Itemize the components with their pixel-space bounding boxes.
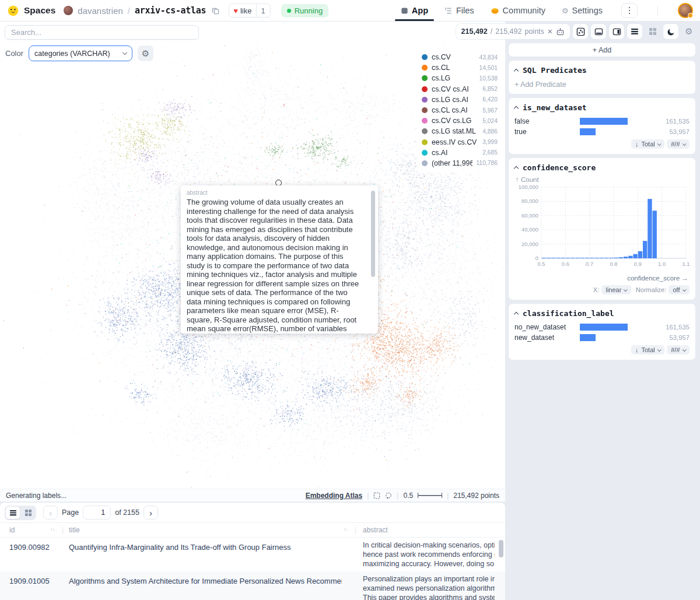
category-row[interactable]: new_dataset53,957 <box>514 334 690 342</box>
sort-icon[interactable]: ↑↓ <box>343 526 348 532</box>
add-panel-button[interactable]: + Add <box>509 43 695 57</box>
legend-item[interactable]: cs.CL14,501 <box>422 62 498 73</box>
status-badge[interactable]: Running <box>281 4 328 17</box>
confidence-histogram[interactable]: 020,00040,00060,00080,000100,0000.50.60.… <box>514 184 690 272</box>
column-header-abstract[interactable]: abstract <box>363 526 388 534</box>
more-options-button[interactable] <box>621 3 638 18</box>
legend-item[interactable]: (other 11,996)110,786 <box>422 158 498 169</box>
right-panel-toggle-button[interactable] <box>609 24 624 39</box>
add-predicate-button[interactable]: + Add Predicate <box>514 80 690 89</box>
legend-swatch-icon <box>422 128 428 134</box>
format-dropdown[interactable]: #/# <box>667 345 690 355</box>
prev-page-button[interactable]: ‹ <box>43 506 58 520</box>
statusbar-divider: | <box>397 492 398 500</box>
sidebar-settings-button[interactable]: ⚙ <box>681 24 696 39</box>
column-header-title[interactable]: title <box>69 526 80 534</box>
is-new-dataset-header[interactable]: is_new_dataset <box>514 103 690 112</box>
grid-view-button[interactable] <box>645 24 660 39</box>
legend-swatch-icon <box>422 54 428 60</box>
robot-icon[interactable] <box>556 27 565 36</box>
legend-item[interactable]: cs.CV cs.AI6,852 <box>422 84 498 94</box>
svg-text:0.5: 0.5 <box>537 261 545 267</box>
cell-abstract: In critical decision-making scenarios, o… <box>363 541 495 569</box>
tooltip-scrollbar[interactable] <box>371 191 375 277</box>
legend-item[interactable]: eess.IV cs.CV3,999 <box>422 137 498 148</box>
legend-count: 5,024 <box>482 118 498 124</box>
category-bar-track <box>580 334 652 341</box>
lasso-icon[interactable] <box>385 492 392 499</box>
sql-predicates-header[interactable]: SQL Predicates <box>514 66 690 75</box>
category-row[interactable]: no_new_dataset161,535 <box>514 323 690 331</box>
category-bars: no_new_dataset161,535new_dataset53,957 <box>514 323 690 342</box>
legend-count: 5,967 <box>482 107 498 114</box>
table-row[interactable]: 1909.00982Quantifying Infra-Marginality … <box>0 538 505 571</box>
legend-item[interactable]: cs.AI2,685 <box>422 148 498 158</box>
legend-item[interactable]: cs.LG cs.AI6,420 <box>422 94 498 105</box>
spaces-brand[interactable]: Spaces <box>24 5 55 16</box>
collapse-chevron-icon <box>514 166 519 171</box>
classification-label-header[interactable]: classification_label <box>514 309 690 318</box>
category-row[interactable]: false161,535 <box>514 117 690 125</box>
sort-mode-dropdown[interactable]: ↓ Total <box>631 345 664 355</box>
zoom-scale-value: 0.5 <box>403 492 413 500</box>
legend-label: cs.CV cs.AI <box>432 85 478 93</box>
category-row[interactable]: true53,957 <box>514 128 690 136</box>
tab-settings[interactable]: ⚙ Settings <box>562 0 603 21</box>
like-count[interactable]: 1 <box>256 4 270 17</box>
chevron-down-icon <box>123 50 127 55</box>
running-dot-icon <box>287 9 291 13</box>
path-slash: / <box>128 6 130 16</box>
color-settings-button[interactable]: ⚙ <box>138 45 153 61</box>
color-column-select[interactable]: categories (VARCHAR) <box>29 45 132 61</box>
huggingface-logo-icon[interactable] <box>7 5 19 17</box>
page-number-input[interactable] <box>83 506 111 520</box>
normalize-dropdown[interactable]: off <box>668 285 690 294</box>
format-dropdown[interactable]: #/# <box>667 139 690 149</box>
column-header-id[interactable]: id <box>9 526 15 534</box>
copy-icon[interactable] <box>212 7 219 15</box>
table-row[interactable]: 1909.01005Algorithms and System Architec… <box>0 571 505 600</box>
like-button[interactable]: ♥ like <box>229 6 256 15</box>
sort-mode-dropdown[interactable]: ↓ Total <box>631 139 664 149</box>
owner-name[interactable]: davanstrien <box>78 6 123 16</box>
table-grid-view-button[interactable] <box>21 507 35 519</box>
like-widget: ♥ like 1 <box>229 3 270 17</box>
tooltip-text: The growing volume of data usually creat… <box>187 198 362 334</box>
scatter-view-button[interactable] <box>573 24 588 39</box>
search-input[interactable] <box>5 25 199 40</box>
dark-mode-button[interactable] <box>663 24 678 39</box>
legend-item[interactable]: cs.CV cs.LG5,024 <box>422 115 498 126</box>
legend-item[interactable]: cs.CL cs.AI5,967 <box>422 105 498 115</box>
embedding-plot-region[interactable]: Color categories (VARCHAR) ⚙ cs.CV43,834… <box>0 22 505 501</box>
sidebar-toolbar: 215,492 / 215,492 points × <box>456 23 696 40</box>
table-list-view-button[interactable] <box>6 507 20 519</box>
legend-label: cs.LG cs.AI <box>432 96 478 104</box>
bottom-panel-toggle-button[interactable] <box>591 24 606 39</box>
clear-selection-icon[interactable]: × <box>547 27 553 36</box>
owner-avatar[interactable] <box>64 6 73 15</box>
legend-item[interactable]: cs.LG10,538 <box>422 73 498 83</box>
list-view-button[interactable] <box>627 24 642 39</box>
embedding-atlas-link[interactable]: Embedding Atlas <box>306 492 363 500</box>
tab-community[interactable]: Community <box>491 0 545 21</box>
settings-gear-icon: ⚙ <box>562 6 569 15</box>
tab-files[interactable]: Files <box>444 0 474 21</box>
tab-app[interactable]: App <box>401 0 428 21</box>
xlabel-text: confidence_score <box>627 275 680 282</box>
format-value: #/# <box>671 346 680 353</box>
tooltip-field-label: abstract <box>187 190 362 196</box>
sort-mode-value: Total <box>641 346 654 353</box>
table-scrollbar[interactable] <box>499 540 503 557</box>
user-avatar[interactable] <box>678 3 693 18</box>
legend-item[interactable]: cs.CV43,834 <box>422 52 498 62</box>
legend-label: cs.CV <box>432 53 475 61</box>
legend-swatch-icon <box>422 86 428 92</box>
sort-icon[interactable]: ↑↓ <box>50 526 55 532</box>
confidence-score-header[interactable]: confidence_score <box>514 163 690 172</box>
legend-item[interactable]: cs.LG stat.ML4,886 <box>422 126 498 136</box>
next-page-button[interactable]: › <box>144 506 158 520</box>
x-mode-dropdown[interactable]: linear <box>601 285 631 294</box>
crop-select-icon[interactable] <box>373 492 380 499</box>
statusbar-right: Embedding Atlas | | 0.5 | 215,492 points <box>306 492 499 500</box>
repo-name[interactable]: arxiv-cs-atlas <box>135 5 206 16</box>
